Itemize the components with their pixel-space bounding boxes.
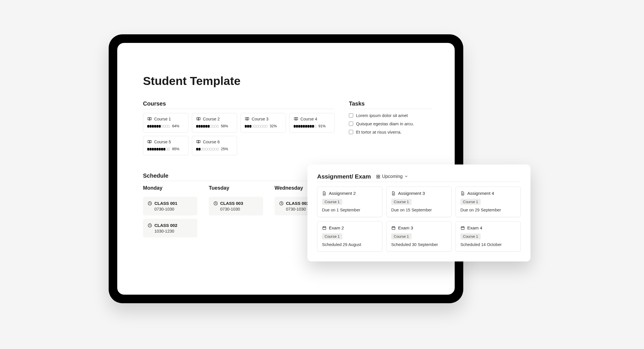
- file-icon: [391, 191, 396, 196]
- assignment-name: Exam 2: [329, 225, 344, 231]
- progress-block: [252, 125, 254, 128]
- course-card[interactable]: Course 6 25%: [192, 136, 237, 155]
- progress-block: [208, 148, 210, 150]
- schedule-day: Monday CLASS 001 0730-1030 CLASS 002 103…: [143, 185, 197, 241]
- course-pill: Course 1: [391, 199, 412, 205]
- progress-percent: 32%: [270, 124, 277, 128]
- view-selector[interactable]: Upcoming: [376, 174, 409, 179]
- progress-bar: 58%: [196, 124, 233, 128]
- progress-block: [150, 148, 152, 150]
- progress-block: [161, 148, 163, 150]
- progress-block: [214, 125, 216, 128]
- progress-block: [196, 125, 198, 128]
- progress-block: [168, 148, 170, 150]
- clock-icon: [279, 201, 284, 206]
- class-name: CLASS 002: [154, 223, 177, 228]
- assignment-name: Assignment 4: [467, 191, 494, 196]
- assignment-meta: Scheduled 14 October: [460, 242, 516, 247]
- checkbox-icon[interactable]: [349, 113, 353, 118]
- course-card[interactable]: Course 2 58%: [192, 113, 237, 132]
- progress-block: [152, 148, 154, 150]
- assignment-card[interactable]: Assignment 3 Course 1 Due on 15 Septembe…: [386, 187, 452, 217]
- progress-bar: 25%: [196, 147, 233, 151]
- progress-block: [263, 125, 265, 128]
- progress-block: [265, 125, 267, 128]
- assignment-card[interactable]: Assignment 2 Course 1 Due on 1 September: [317, 187, 382, 217]
- progress-block: [201, 148, 203, 150]
- progress-block: [247, 125, 249, 128]
- class-card[interactable]: CLASS 001 0730-1030: [143, 197, 197, 215]
- progress-block: [156, 125, 158, 128]
- course-pill: Course 1: [322, 233, 342, 239]
- progress-block: [303, 125, 305, 128]
- calendar-icon: [460, 226, 465, 230]
- progress-block: [212, 125, 214, 128]
- assignment-card[interactable]: Exam 3 Course 1 Scheduled 30 September: [386, 221, 452, 252]
- assignment-card[interactable]: Assignment 4 Course 1 Due on 29 Septembe…: [456, 187, 521, 217]
- progress-block: [307, 125, 309, 128]
- class-time: 0730-1030: [213, 207, 259, 211]
- class-name: CLASS 003: [220, 201, 243, 206]
- task-label: Lorem ipsum dolor sit amet: [356, 113, 408, 118]
- assignments-panel: Assignment/ Exam Upcoming Assignment 2 C…: [307, 164, 530, 261]
- checkbox-icon[interactable]: [349, 122, 353, 126]
- progress-block: [166, 148, 168, 150]
- progress-block: [310, 125, 312, 128]
- task-item[interactable]: Lorem ipsum dolor sit amet: [349, 113, 432, 118]
- file-icon: [322, 191, 327, 196]
- task-item[interactable]: Et tortor at risus viverra.: [349, 130, 432, 134]
- course-card[interactable]: Course 1 64%: [143, 113, 188, 132]
- task-item[interactable]: Quisque egestas diam in arcu.: [349, 121, 432, 126]
- page-title: Student Template: [143, 74, 432, 88]
- progress-block: [203, 125, 205, 128]
- assignment-card[interactable]: Exam 2 Course 1 Scheduled 29 August: [317, 221, 382, 252]
- checkbox-icon[interactable]: [349, 130, 353, 134]
- progress-block: [147, 148, 149, 150]
- progress-block: [217, 125, 219, 128]
- progress-block: [161, 125, 163, 128]
- progress-block: [159, 125, 161, 128]
- progress-block: [163, 148, 165, 150]
- assignment-name: Assignment 2: [329, 191, 356, 196]
- day-name: Tuesday: [209, 185, 263, 191]
- course-card[interactable]: Course 3 32%: [240, 113, 286, 132]
- assignment-meta: Due on 29 September: [460, 208, 516, 212]
- progress-block: [212, 148, 214, 150]
- progress-block: [154, 125, 156, 128]
- class-time: 0730-1030: [148, 207, 193, 211]
- book-icon: [196, 140, 201, 144]
- calendar-icon: [322, 226, 327, 230]
- clock-icon: [213, 201, 218, 206]
- progress-block: [168, 125, 170, 128]
- progress-block: [210, 125, 212, 128]
- assignment-name: Exam 4: [467, 225, 482, 231]
- grid-icon: [376, 174, 380, 179]
- progress-block: [152, 125, 154, 128]
- progress-block: [201, 125, 203, 128]
- schedule-columns: Monday CLASS 001 0730-1030 CLASS 002 103…: [143, 185, 335, 241]
- progress-block: [261, 125, 263, 128]
- progress-block: [245, 125, 247, 128]
- progress-block: [156, 148, 158, 150]
- divider: [143, 181, 335, 181]
- progress-bar: 85%: [147, 147, 184, 151]
- assignment-meta: Scheduled 30 September: [391, 242, 447, 247]
- class-card[interactable]: CLASS 003 0730-1030: [209, 197, 263, 215]
- class-time: 1030-1230: [148, 229, 193, 233]
- course-card[interactable]: Course 4 91%: [289, 113, 335, 132]
- progress-block: [298, 125, 300, 128]
- progress-block: [205, 125, 207, 128]
- progress-percent: 64%: [172, 124, 179, 128]
- assignment-card[interactable]: Exam 4 Course 1 Scheduled 14 October: [456, 221, 521, 252]
- file-icon: [460, 191, 465, 196]
- divider: [143, 109, 335, 109]
- class-name: CLASS 001: [154, 201, 177, 206]
- assignments-heading: Assignment/ Exam: [317, 173, 371, 180]
- progress-block: [305, 125, 307, 128]
- progress-percent: 85%: [172, 147, 179, 151]
- task-label: Et tortor at risus viverra.: [356, 130, 401, 134]
- progress-block: [294, 125, 296, 128]
- class-card[interactable]: CLASS 002 1030-1230: [143, 219, 197, 237]
- divider: [349, 109, 432, 109]
- course-card[interactable]: Course 5 85%: [143, 136, 188, 155]
